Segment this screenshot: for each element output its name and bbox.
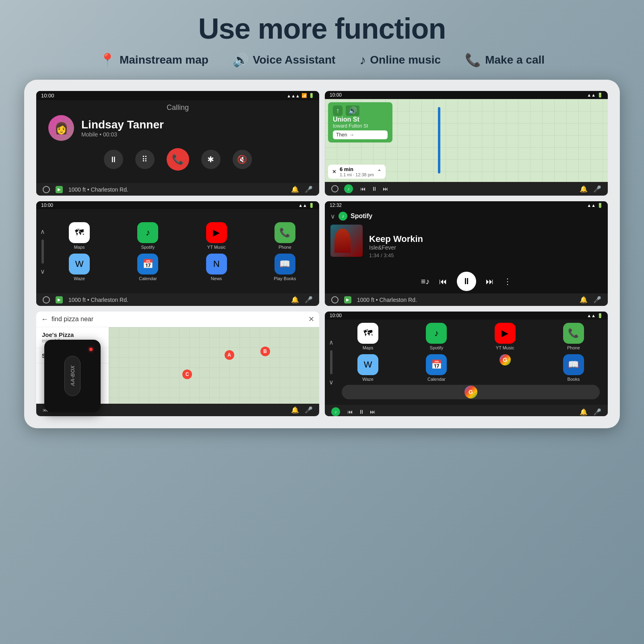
- search-close-button[interactable]: ✕: [308, 315, 314, 324]
- waze2-icon[interactable]: W: [357, 354, 378, 375]
- spotify2-icon[interactable]: ♪: [426, 323, 447, 344]
- appgrid-nav-dot[interactable]: [43, 296, 50, 303]
- scroll-down-icon[interactable]: ∨: [40, 268, 45, 275]
- keypad-button[interactable]: ⠿: [135, 150, 155, 169]
- scroll2-up-icon[interactable]: ∧: [329, 339, 334, 346]
- wifi-icon: 📶: [301, 93, 307, 98]
- app-waze[interactable]: W Waze: [65, 254, 93, 281]
- app-books[interactable]: 📖 Play Books: [271, 254, 299, 281]
- nav-mic-icon[interactable]: 🎤: [305, 186, 313, 193]
- map-expand-icon[interactable]: ⌃: [377, 169, 382, 175]
- maps-nav-dot[interactable]: [331, 185, 339, 192]
- appgrid2-mic[interactable]: 🎤: [593, 408, 601, 416]
- maps-spotify-icon[interactable]: ♪: [344, 184, 353, 193]
- scroll2-down-icon[interactable]: ∨: [329, 378, 334, 386]
- app-news[interactable]: N News: [202, 254, 231, 281]
- spotify-collapse-icon[interactable]: ∨: [330, 213, 335, 220]
- search-input[interactable]: find pizza near: [52, 316, 305, 323]
- device-led: [89, 348, 93, 351]
- app-maps[interactable]: 🗺 Maps: [65, 222, 93, 250]
- spotify-nav-dot[interactable]: [331, 296, 339, 303]
- spotify-next-icon[interactable]: ⏭: [486, 277, 494, 286]
- spotify-bell[interactable]: 🔔: [580, 296, 588, 303]
- app-grid-rows: 🗺 Maps ♪ Spotify ▶ YT Music 📞: [49, 222, 315, 281]
- spotify-pause-button[interactable]: ⏸: [457, 272, 476, 291]
- spotify-status-icons: ▲▲🔋: [587, 202, 603, 208]
- calendar2-label: Calendar: [427, 377, 446, 382]
- app2-waze[interactable]: W Waze: [354, 354, 382, 382]
- app-phone[interactable]: 📞 Phone: [271, 222, 299, 250]
- mute-button[interactable]: 🔇: [233, 150, 252, 169]
- music-icon: ♪: [359, 53, 366, 68]
- app-spotify[interactable]: ♪ Spotify: [134, 222, 162, 250]
- map-close-btn[interactable]: ✕: [332, 169, 336, 175]
- waze-icon[interactable]: W: [69, 254, 90, 275]
- maps-mic-icon[interactable]: 🎤: [593, 185, 601, 193]
- appgrid2-nav-bar: ♪ ⏮ ⏸ ⏭ 🔔 🎤: [325, 405, 608, 416]
- news-icon[interactable]: N: [206, 254, 227, 275]
- phone2-icon[interactable]: 📞: [563, 323, 584, 344]
- bluetooth-button[interactable]: ✱: [201, 150, 221, 169]
- appgrid2-next[interactable]: ⏭: [370, 409, 376, 415]
- spotify-controls[interactable]: ≡♪ ⏮ ⏸ ⏭ ⋮: [325, 269, 608, 293]
- appgrid-bell[interactable]: 🔔: [291, 296, 299, 303]
- maps-signal: ▲▲: [587, 93, 596, 97]
- spotify-prev-icon[interactable]: ⏮: [439, 277, 447, 286]
- calendar2-icon[interactable]: 📅: [426, 354, 447, 375]
- nav-bell-icon[interactable]: 🔔: [291, 186, 299, 193]
- appgrid2-bell[interactable]: 🔔: [580, 408, 588, 416]
- app2-maps[interactable]: 🗺 Maps: [354, 323, 382, 350]
- maps-icon[interactable]: 🗺: [69, 222, 90, 243]
- album-art-detail: [334, 229, 351, 253]
- maps2-icon[interactable]: 🗺: [357, 323, 378, 344]
- app2-google[interactable]: G: [491, 354, 519, 382]
- mapsearch-mic[interactable]: 🎤: [305, 406, 313, 414]
- phone-icon[interactable]: 📞: [275, 222, 295, 243]
- spotify-time: 12:32: [330, 202, 342, 208]
- nav-direction-arrow[interactable]: ▶: [56, 186, 63, 193]
- spotify-icon[interactable]: ♪: [137, 222, 158, 243]
- scroll-controls[interactable]: ∧ ∨: [40, 228, 45, 275]
- scroll-up-icon[interactable]: ∧: [40, 228, 45, 235]
- spotify-queue-icon[interactable]: ≡♪: [421, 277, 430, 286]
- appgrid2-prev[interactable]: ⏮: [347, 409, 353, 415]
- maps-status-bar: 10:00 ▲▲ 🔋: [325, 91, 608, 99]
- waze-label: Waze: [74, 276, 85, 281]
- app2-books[interactable]: 📖 Books: [559, 354, 588, 382]
- google-assistant-icon[interactable]: G: [464, 386, 477, 398]
- app-ytmusic[interactable]: ▶ YT Music: [202, 222, 231, 250]
- mapsearch-bell[interactable]: 🔔: [291, 406, 299, 414]
- spotify-mic[interactable]: 🎤: [593, 296, 601, 303]
- calendar-icon[interactable]: 📅: [137, 254, 158, 275]
- device-brand-label: AA-BOX: [70, 365, 76, 386]
- hold-button[interactable]: ⏸: [104, 150, 123, 169]
- books-icon[interactable]: 📖: [275, 254, 295, 275]
- google-icon[interactable]: G: [500, 354, 511, 365]
- google-assistant-bar[interactable]: G: [342, 385, 600, 399]
- books2-icon[interactable]: 📖: [563, 354, 584, 375]
- app2-spotify[interactable]: ♪ Spotify: [422, 323, 450, 350]
- appgrid-mic[interactable]: 🎤: [305, 296, 313, 303]
- call-actions[interactable]: ⏸ ⠿ 📞 ✱ 🔇: [36, 144, 319, 175]
- feature-call: 📞 Make a call: [465, 52, 545, 68]
- spotify-more-icon[interactable]: ⋮: [504, 277, 512, 286]
- app2-ytmusic[interactable]: ▶ YT Music: [491, 323, 519, 350]
- spotify-nav-arrow[interactable]: ▶: [344, 296, 351, 303]
- maps-bell-icon[interactable]: 🔔: [580, 185, 588, 193]
- app-calendar[interactable]: 📅 Calendar: [134, 254, 162, 281]
- end-call-button[interactable]: 📞: [167, 148, 189, 171]
- app2-phone[interactable]: 📞 Phone: [559, 323, 588, 350]
- nav-home-dot[interactable]: [43, 186, 50, 193]
- ytmusic-icon[interactable]: ▶: [206, 222, 227, 243]
- app2-calendar[interactable]: 📅 Calendar: [422, 354, 450, 382]
- appgrid-nav-arrow[interactable]: ▶: [56, 296, 63, 303]
- feature-voice-label: Voice Assistant: [253, 54, 335, 66]
- map-street-name: Union St: [333, 116, 388, 123]
- search-back-button[interactable]: ←: [41, 315, 48, 324]
- appgrid2-spotify-dot[interactable]: ♪: [331, 407, 340, 416]
- scroll2-controls[interactable]: ∧ ∨: [329, 339, 334, 386]
- appgrid2-pause[interactable]: ⏸: [359, 409, 364, 415]
- appgrid-nav-text: 1000 ft • Charleston Rd.: [68, 297, 285, 303]
- ytmusic2-icon[interactable]: ▶: [495, 323, 516, 344]
- screen-grid: 10:00 ▲▲▲ 📶 🔋 Calling 👩 Lindsay Tanner M…: [36, 91, 608, 416]
